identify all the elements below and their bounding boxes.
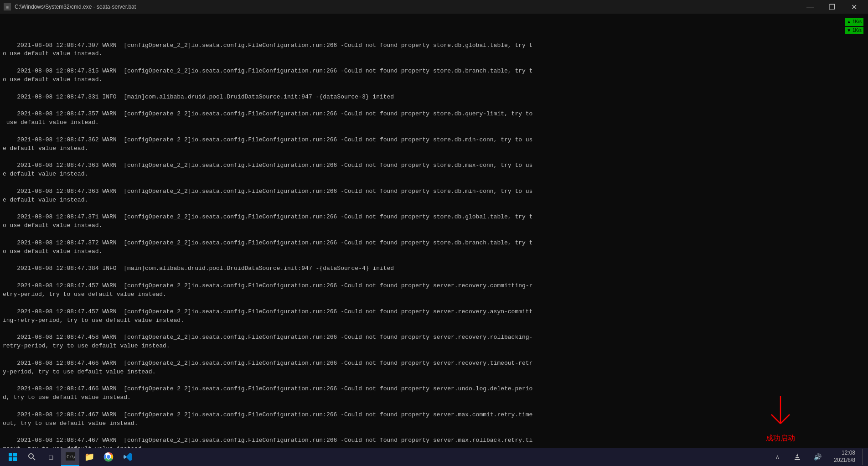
log-line-2: 2021-08-08 12:08:47.315 WARN [configOper… [3,67,532,83]
show-desktop-button[interactable] [863,449,864,465]
log-line-16: 2021-08-08 12:08:47.467 WARN [configOper… [3,411,532,427]
red-arrow-icon [767,396,794,433]
log-line-12: 2021-08-08 12:08:47.457 WARN [configOper… [3,308,532,324]
search-button[interactable] [23,448,41,466]
log-line-13: 2021-08-08 12:08:47.458 WARN [configOper… [3,334,532,349]
network-up: ▲ 1K/s [845,18,863,26]
cmd-taskbar-icon: C:\> [66,452,75,461]
volume-tray-icon[interactable]: 🔊 [808,448,827,466]
window-controls[interactable]: — ❐ ✕ [800,0,864,14]
windows-icon [8,452,17,461]
clock[interactable]: 12:08 2021/8/8 [830,450,859,464]
system-tray: ∧ 🔊 [768,448,827,466]
taskbar-icons: ❑ C:\> 📁 [4,448,137,466]
vscode-icon [123,452,132,461]
clock-date: 2021/8/8 [834,457,855,464]
svg-rect-3 [9,453,12,456]
svg-rect-4 [13,453,17,456]
terminal-content: 2021-08-08 12:08:47.307 WARN [configOper… [3,33,865,448]
svg-point-12 [107,455,110,459]
svg-rect-5 [9,457,12,461]
window-title: C:\Windows\System32\cmd.exe - seata-serv… [15,4,136,10]
log-line-4: 2021-08-08 12:08:47.357 WARN [configOper… [3,110,532,126]
search-icon [28,453,36,461]
log-line-10: 2021-08-08 12:08:47.384 INFO [main]com.a… [17,265,394,272]
network-indicator: ▲ 1K/s ▼ 1K/s [845,18,863,34]
log-line-3: 2021-08-08 12:08:47.331 INFO [main]com.a… [17,93,394,100]
svg-text:C:\>: C:\> [67,455,75,459]
cmd-taskbar-item[interactable]: C:\> [61,448,79,466]
chrome-icon [103,452,114,462]
close-button[interactable]: ✕ [843,0,864,14]
taskbar: ❑ C:\> 📁 [0,448,868,466]
tray-overflow[interactable]: ∧ [768,448,786,466]
svg-line-1 [771,414,780,424]
log-line-7: 2021-08-08 12:08:47.363 WARN [configOper… [3,188,532,203]
log-line-5: 2021-08-08 12:08:47.362 WARN [configOper… [3,136,532,152]
svg-point-7 [29,454,33,458]
svg-line-2 [780,414,790,424]
svg-rect-15 [795,459,800,460]
svg-rect-18 [797,454,798,455]
svg-rect-16 [796,457,799,458]
start-button[interactable] [4,448,22,466]
success-annotation: 成功启动 [766,396,795,443]
log-line-17: 2021-08-08 12:08:47.467 WARN [configOper… [3,437,532,448]
log-line-8: 2021-08-08 12:08:47.371 WARN [configOper… [3,213,532,229]
taskbar-left: ❑ C:\> 📁 [4,448,137,466]
restore-button[interactable]: ❐ [822,0,842,14]
task-view-button[interactable]: ❑ [42,448,60,466]
log-line-1: 2021-08-08 12:08:47.307 WARN [configOper… [3,42,532,57]
title-bar-left: ■ C:\Windows\System32\cmd.exe - seata-se… [4,3,136,10]
cmd-icon: ■ [4,3,11,10]
log-line-6: 2021-08-08 12:08:47.363 WARN [configOper… [3,162,532,177]
chrome-button[interactable] [99,448,118,466]
network-down: ▼ 1K/s [845,27,863,35]
log-line-14: 2021-08-08 12:08:47.466 WARN [configOper… [3,360,532,375]
taskbar-right: ∧ 🔊 12:08 2021/8/8 [768,448,864,466]
network-tray-icon[interactable] [788,448,806,466]
network-icon [793,453,801,461]
log-line-15: 2021-08-08 12:08:47.466 WARN [configOper… [3,385,532,401]
title-bar: ■ C:\Windows\System32\cmd.exe - seata-se… [0,0,868,14]
minimize-button[interactable]: — [800,0,821,14]
log-line-9: 2021-08-08 12:08:47.372 WARN [configOper… [3,239,532,255]
explorer-button[interactable]: 📁 [80,448,98,466]
log-line-11: 2021-08-08 12:08:47.457 WARN [configOper… [3,282,532,298]
clock-time: 12:08 [834,450,855,457]
terminal-window: 2021-08-08 12:08:47.307 WARN [configOper… [0,14,868,448]
svg-rect-17 [796,455,798,456]
vscode-button[interactable] [119,448,137,466]
svg-marker-14 [124,455,126,459]
svg-rect-6 [13,457,17,461]
svg-line-8 [33,458,35,460]
success-label: 成功启动 [766,433,795,443]
